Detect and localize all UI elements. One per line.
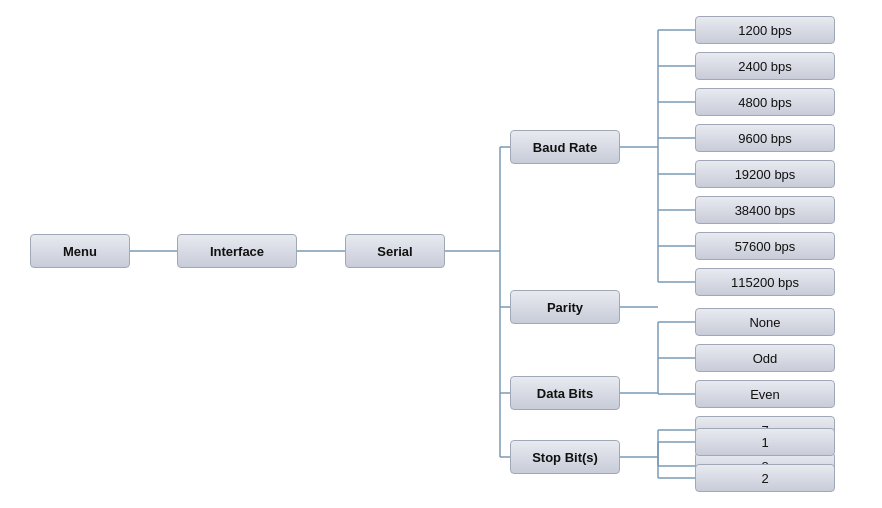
parity-none[interactable]: None bbox=[695, 308, 835, 336]
bps-38400[interactable]: 38400 bps bbox=[695, 196, 835, 224]
bps-2400[interactable]: 2400 bps bbox=[695, 52, 835, 80]
bps-57600[interactable]: 57600 bps bbox=[695, 232, 835, 260]
stop-bits-1[interactable]: 1 bbox=[695, 428, 835, 456]
serial-node[interactable]: Serial bbox=[345, 234, 445, 268]
menu-node[interactable]: Menu bbox=[30, 234, 130, 268]
stop-bits-2[interactable]: 2 bbox=[695, 464, 835, 492]
bps-19200[interactable]: 19200 bps bbox=[695, 160, 835, 188]
parity-even[interactable]: Even bbox=[695, 380, 835, 408]
bps-115200[interactable]: 115200 bps bbox=[695, 268, 835, 296]
stop-bits-node[interactable]: Stop Bit(s) bbox=[510, 440, 620, 474]
interface-node[interactable]: Interface bbox=[177, 234, 297, 268]
bps-1200[interactable]: 1200 bps bbox=[695, 16, 835, 44]
tree-container: Menu Interface Serial Baud Rate Parity D… bbox=[0, 0, 882, 508]
baud-rate-node[interactable]: Baud Rate bbox=[510, 130, 620, 164]
bps-4800[interactable]: 4800 bps bbox=[695, 88, 835, 116]
data-bits-node[interactable]: Data Bits bbox=[510, 376, 620, 410]
bps-9600[interactable]: 9600 bps bbox=[695, 124, 835, 152]
parity-node[interactable]: Parity bbox=[510, 290, 620, 324]
parity-odd[interactable]: Odd bbox=[695, 344, 835, 372]
